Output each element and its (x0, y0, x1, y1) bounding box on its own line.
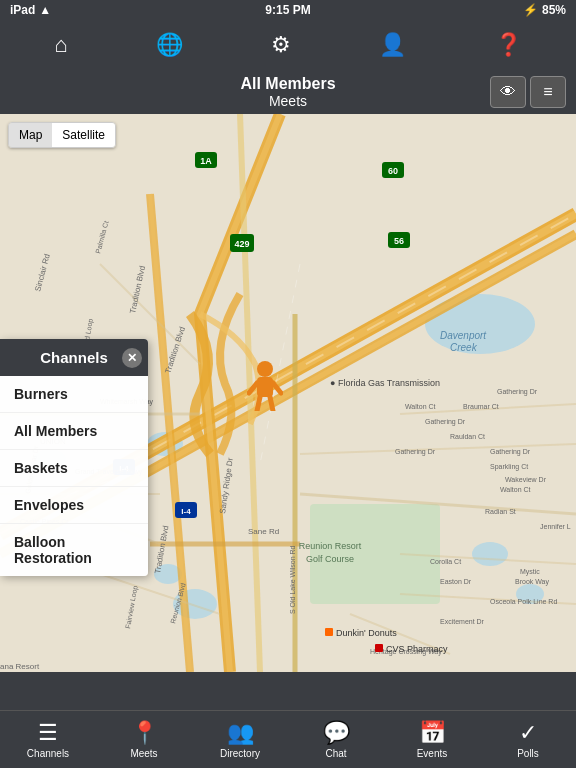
svg-text:Corolla Ct: Corolla Ct (430, 558, 461, 565)
events-nav-label: Events (417, 748, 448, 759)
help-icon[interactable]: ❓ (489, 26, 528, 64)
channels-close-button[interactable]: ✕ (122, 348, 142, 368)
svg-point-6 (472, 542, 508, 566)
chat-nav-icon: 💬 (323, 720, 350, 746)
svg-rect-68 (257, 377, 273, 397)
svg-line-72 (270, 397, 273, 411)
nav-meets[interactable]: 📍 Meets (96, 720, 192, 759)
profile-icon[interactable]: 👤 (373, 26, 412, 64)
channels-nav-icon: ☰ (38, 720, 58, 746)
menu-button[interactable]: ≡ (530, 76, 566, 108)
svg-text:Creek: Creek (450, 342, 478, 353)
svg-text:Excitement Dr: Excitement Dr (440, 618, 485, 625)
svg-rect-43 (325, 628, 333, 636)
polls-nav-label: Polls (517, 748, 539, 759)
svg-text:S Old Lake Wilson Rd: S Old Lake Wilson Rd (289, 545, 296, 614)
user-marker (247, 361, 283, 421)
nav-directory[interactable]: 👥 Directory (192, 720, 288, 759)
svg-text:Rauldan Ct: Rauldan Ct (450, 433, 485, 440)
directory-nav-icon: 👥 (227, 720, 254, 746)
svg-text:Gathering Dr: Gathering Dr (497, 388, 538, 396)
svg-text:Easton Dr: Easton Dr (440, 578, 472, 585)
nav-chat[interactable]: 💬 Chat (288, 720, 384, 759)
nav-events[interactable]: 📅 Events (384, 720, 480, 759)
svg-text:Braumar Ct: Braumar Ct (463, 403, 499, 410)
channels-title: Channels (40, 349, 108, 366)
chat-nav-label: Chat (325, 748, 346, 759)
svg-text:Gathering Dr: Gathering Dr (395, 448, 436, 456)
svg-text:ana Resort: ana Resort (0, 662, 40, 671)
svg-text:Davenport: Davenport (440, 330, 487, 341)
channels-list: BurnersAll MembersBasketsEnvelopesBalloo… (0, 376, 148, 576)
svg-text:Sane Rd: Sane Rd (248, 527, 279, 536)
header-text: All Members Meets (240, 74, 335, 110)
bluetooth-icon: ⚡ (523, 3, 538, 17)
channels-nav-label: Channels (27, 748, 69, 759)
svg-text:Gathering Dr: Gathering Dr (425, 418, 466, 426)
map-toggle[interactable]: Map Satellite (8, 122, 116, 148)
nav-polls[interactable]: ✓ Polls (480, 720, 576, 759)
svg-text:56: 56 (394, 236, 404, 246)
header: All Members Meets 👁 ≡ (0, 70, 576, 114)
ipad-label: iPad (10, 3, 35, 17)
svg-text:60: 60 (388, 166, 398, 176)
bottom-nav: ☰ Channels 📍 Meets 👥 Directory 💬 Chat 📅 … (0, 710, 576, 768)
svg-point-67 (257, 361, 273, 377)
battery-label: 85% (542, 3, 566, 17)
directory-nav-label: Directory (220, 748, 260, 759)
svg-line-69 (249, 383, 257, 393)
channels-header: Channels ✕ (0, 339, 148, 376)
channel-item[interactable]: Balloon Restoration (0, 524, 148, 576)
channel-item[interactable]: Burners (0, 376, 148, 413)
top-nav: ⌂ 🌐 ⚙ 👤 ❓ (0, 20, 576, 70)
header-title: All Members (240, 74, 335, 93)
svg-text:I-4: I-4 (181, 507, 191, 516)
header-buttons: 👁 ≡ (490, 76, 566, 108)
svg-text:Reunion Resort: Reunion Resort (299, 541, 362, 551)
map-button[interactable]: Map (9, 123, 52, 147)
svg-text:Walton Ct: Walton Ct (500, 486, 531, 493)
status-right: ⚡ 85% (523, 3, 566, 17)
svg-point-1 (425, 294, 535, 354)
svg-text:429: 429 (234, 239, 249, 249)
wifi-icon: ▲ (39, 3, 51, 17)
globe-icon[interactable]: 🌐 (150, 26, 189, 64)
nav-channels[interactable]: ☰ Channels (0, 720, 96, 759)
channel-item[interactable]: Envelopes (0, 487, 148, 524)
svg-line-70 (273, 383, 281, 393)
svg-text:Sparkling Ct: Sparkling Ct (490, 463, 528, 471)
status-time: 9:15 PM (265, 3, 310, 17)
home-icon[interactable]: ⌂ (48, 26, 73, 64)
header-subtitle: Meets (240, 93, 335, 110)
svg-text:Osceola Polk Line Rd: Osceola Polk Line Rd (490, 598, 557, 605)
svg-line-71 (257, 397, 260, 411)
svg-text:Mystic: Mystic (520, 568, 540, 576)
channel-item[interactable]: Baskets (0, 450, 148, 487)
map-container[interactable]: Map Satellite (0, 114, 576, 672)
svg-rect-45 (375, 644, 383, 652)
svg-text:Wakeview Dr: Wakeview Dr (505, 476, 547, 483)
svg-text:CVS Pharmacy: CVS Pharmacy (386, 644, 448, 654)
channel-item[interactable]: All Members (0, 413, 148, 450)
svg-text:● Florida Gas Transmission: ● Florida Gas Transmission (330, 378, 440, 388)
meets-nav-icon: 📍 (131, 720, 158, 746)
svg-text:Jennifer L: Jennifer L (540, 523, 571, 530)
svg-text:Radian St: Radian St (485, 508, 516, 515)
svg-text:Golf Course: Golf Course (306, 554, 354, 564)
status-bar: iPad ▲ 9:15 PM ⚡ 85% (0, 0, 576, 20)
svg-text:1A: 1A (200, 156, 212, 166)
status-left: iPad ▲ (10, 3, 51, 17)
polls-nav-icon: ✓ (519, 720, 537, 746)
settings-icon[interactable]: ⚙ (265, 26, 297, 64)
svg-text:Gathering Dr: Gathering Dr (490, 448, 531, 456)
meets-nav-label: Meets (130, 748, 157, 759)
eye-button[interactable]: 👁 (490, 76, 526, 108)
svg-text:Dunkin' Donuts: Dunkin' Donuts (336, 628, 397, 638)
svg-text:Brook Way: Brook Way (515, 578, 549, 586)
satellite-button[interactable]: Satellite (52, 123, 115, 147)
events-nav-icon: 📅 (419, 720, 446, 746)
svg-text:Walton Ct: Walton Ct (405, 403, 436, 410)
channels-panel: Channels ✕ BurnersAll MembersBasketsEnve… (0, 339, 148, 576)
